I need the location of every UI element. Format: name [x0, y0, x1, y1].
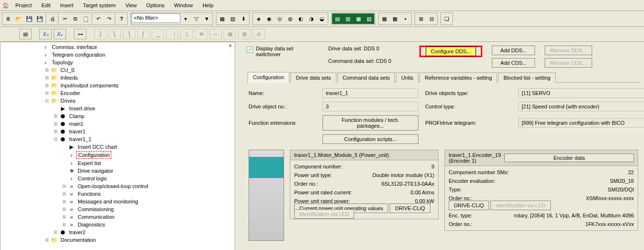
tree-node[interactable]: ⊞»Diagnostics	[2, 221, 235, 228]
tool11-icon[interactable]: ◒	[317, 13, 327, 24]
tree-node[interactable]: ⊞⬢traver2	[2, 228, 235, 236]
tree-node[interactable]: ›Commiss. interface	[2, 43, 235, 51]
tab-reference-variables[interactable]: Reference variables - setting	[419, 72, 497, 83]
tree-expander-icon[interactable]: ⊟	[52, 136, 59, 142]
tree-label[interactable]: Control logic	[76, 175, 108, 182]
menu-target[interactable]: Target system	[79, 1, 119, 10]
scope2-icon[interactable]: ▥	[343, 13, 353, 24]
paste-icon[interactable]: 📋	[81, 13, 91, 24]
tree-label[interactable]: traver2	[68, 229, 87, 236]
tree-label[interactable]: Expert list	[76, 160, 102, 167]
encoder-drivecliq-button[interactable]: DRIVE-CLiQ	[449, 201, 489, 210]
tree-node[interactable]: ⊞»Functions	[2, 190, 235, 198]
scope3-icon[interactable]: ▦	[353, 13, 364, 24]
tree-label[interactable]: CU_S	[59, 67, 76, 73]
tree-node[interactable]: ▶Insert drive	[2, 105, 235, 112]
tree-node[interactable]: ⊞📁Documentation	[2, 236, 235, 244]
tree-label[interactable]: Insert drive	[68, 105, 96, 112]
menu-view[interactable]: View	[121, 1, 141, 10]
tree-label[interactable]: Commissioning	[76, 206, 115, 213]
new-icon[interactable]: 🗎	[3, 13, 13, 24]
tree-node[interactable]: ›Configuration	[2, 151, 235, 159]
function-modules-button[interactable]: Function modules / tech. packages...	[322, 115, 418, 131]
tree-label[interactable]: Telegram configuration	[50, 51, 107, 58]
tree-expander-icon[interactable]: ⊞	[61, 183, 68, 189]
tab-blocked-list[interactable]: Blocked list - setting	[498, 72, 556, 83]
sbtn-8[interactable]: ⎛	[137, 29, 150, 39]
scope1-icon[interactable]: ▤	[332, 13, 343, 24]
print-icon[interactable]: 🖨	[47, 13, 58, 24]
tree-expander-icon[interactable]: ⊞	[44, 67, 50, 73]
tree-expander-icon[interactable]: ⊞	[61, 199, 68, 204]
tree-expander-icon[interactable]: ⊞	[52, 121, 59, 127]
grid1-icon[interactable]: ▦	[379, 13, 390, 24]
project-tree[interactable]: × ›Commiss. interface›Telegram configura…	[0, 42, 235, 250]
tree-label[interactable]: Infeeds	[59, 74, 79, 81]
help-icon[interactable]: ?	[116, 13, 127, 24]
sbtn-9[interactable]: ⎯	[152, 29, 164, 39]
undo-icon[interactable]: ↶	[93, 13, 104, 24]
tab-units[interactable]: Units	[396, 72, 418, 83]
window-icon[interactable]: ❏	[441, 13, 452, 24]
tree-label[interactable]: Documentation	[59, 237, 97, 243]
tree-label[interactable]: Configuration	[76, 151, 111, 159]
tool8-icon[interactable]: ◍	[285, 13, 296, 24]
sbtn-1[interactable]: ▤	[19, 29, 32, 39]
tree-label[interactable]: Topology	[50, 59, 74, 66]
sbtn-14[interactable]: ⊞	[224, 29, 236, 39]
sbtn-link[interactable]: ⊶	[74, 29, 86, 39]
tree-label[interactable]: Encoder	[59, 90, 82, 96]
tree-node[interactable]: ⊞📁Input/output components	[2, 82, 235, 89]
tree-label[interactable]: Commiss. interface	[50, 44, 98, 50]
tree-expander-icon[interactable]: ⊞	[61, 206, 68, 212]
encoder-led-button[interactable]: Identification via LED	[490, 201, 550, 210]
layout1-icon[interactable]: ⊞	[416, 13, 426, 24]
tree-node[interactable]: ⊞»Commissioning	[2, 205, 235, 213]
tree-label[interactable]: Insert DCC chart	[76, 143, 119, 150]
download-icon[interactable]: ⬇	[238, 13, 249, 24]
tree-node[interactable]: ›Telegram configuration	[2, 51, 235, 59]
configure-dds-button[interactable]: Configure DDS...	[426, 47, 476, 56]
encoder-data-button[interactable]: Encoder data	[504, 154, 634, 162]
copy-icon[interactable]: ⧉	[70, 13, 81, 24]
tree-node[interactable]: ▶Insert DCC chart	[2, 143, 235, 151]
layout2-icon[interactable]: ⊟	[426, 13, 437, 24]
tool5-icon[interactable]: ◈	[253, 13, 264, 24]
sbtn-13[interactable]: ↔	[209, 29, 222, 39]
add-dds-button[interactable]: Add DDS...	[492, 46, 535, 55]
tab-configuration[interactable]: Configuration	[248, 72, 289, 83]
save-icon[interactable]: 💾	[24, 13, 35, 24]
sbtn-xe[interactable]: Xₑ	[54, 29, 66, 39]
tree-label[interactable]: Communication	[76, 214, 116, 220]
sbtn-16[interactable]: ⎚	[252, 29, 265, 39]
tool7-icon[interactable]: ◎	[274, 13, 285, 24]
redo-icon[interactable]: ↷	[104, 13, 114, 24]
tree-expander-icon[interactable]: ⊞	[44, 75, 50, 81]
sbtn-12[interactable]: ⟲	[195, 29, 207, 39]
tree-expander-icon[interactable]: ⊞	[44, 237, 50, 243]
tree-expander-icon[interactable]: ⊞	[52, 113, 59, 119]
tree-expander-icon[interactable]: ⊞	[44, 83, 50, 88]
tree-label[interactable]: Drives	[59, 97, 77, 104]
tree-node[interactable]: ⊞»Open-loop/closed-loop control	[2, 182, 235, 190]
menu-options[interactable]: Options	[143, 1, 168, 10]
sbtn-10[interactable]: ⎹	[166, 29, 179, 39]
display-switchover-checkbox[interactable]: ✓	[247, 47, 253, 53]
tree-label[interactable]: main1	[68, 120, 85, 127]
config-scripts-button[interactable]: Configuration scripts...	[322, 134, 418, 144]
tree-label[interactable]: traver1	[68, 128, 87, 135]
tree-node[interactable]: ⊞⬢Clamp	[2, 112, 235, 120]
tree-node[interactable]: ⊞»Communication	[2, 213, 235, 221]
tree-label[interactable]: Drive navigator	[76, 167, 115, 174]
tree-label[interactable]: Clamp	[68, 113, 86, 119]
remove-cds-button[interactable]: Remove CDS...	[545, 58, 592, 68]
tree-label[interactable]: Diagnostics	[76, 221, 107, 228]
cut-icon[interactable]: ✂	[60, 13, 70, 24]
tool9-icon[interactable]: ◐	[296, 13, 306, 24]
saveall-icon[interactable]: 💾	[35, 13, 45, 24]
sbtn-7[interactable]: ⎞	[123, 29, 135, 39]
tree-node[interactable]: ⊟⬢traver1_1	[2, 135, 235, 143]
remove-dds-button[interactable]: Remove DDS...	[545, 46, 592, 55]
scope4-icon[interactable]: ▧	[364, 13, 374, 24]
tree-expander-icon[interactable]: ⊞	[44, 90, 50, 96]
